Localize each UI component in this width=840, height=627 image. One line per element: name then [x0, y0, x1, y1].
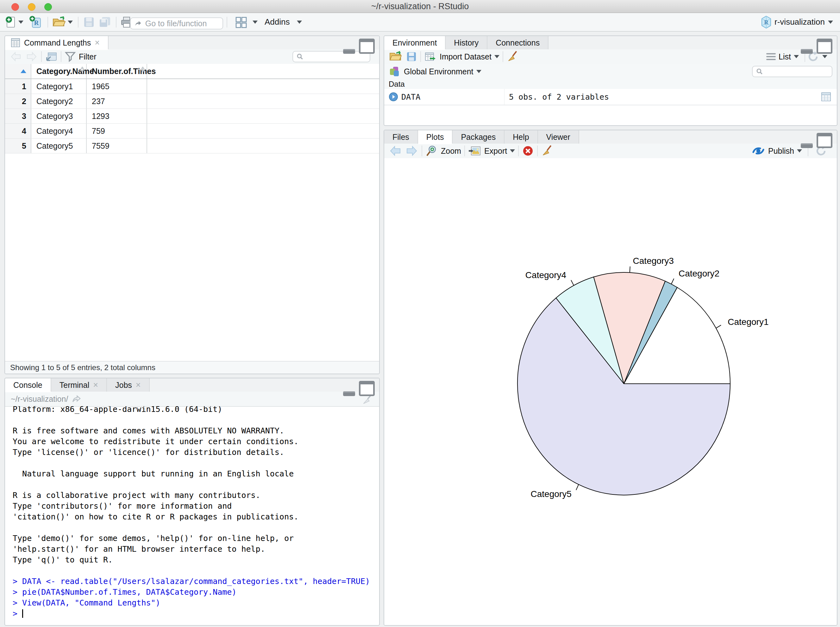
cell-number-of-times: 237 — [87, 94, 147, 109]
pane-layout-button[interactable] — [234, 13, 248, 31]
close-tab-icon[interactable]: × — [93, 380, 98, 390]
window-title: ~/r-visualization - RStudio — [0, 0, 840, 13]
environment-object-row[interactable]: DATA 5 obs. of 2 variables — [384, 89, 837, 106]
chevron-down-icon — [476, 70, 482, 73]
maximize-pane-icon[interactable] — [816, 133, 832, 148]
new-project-button[interactable]: R — [29, 13, 43, 31]
minimize-pane-icon[interactable] — [801, 49, 813, 54]
remove-plot-icon[interactable] — [522, 145, 534, 157]
table-row: 3Category31293 — [5, 109, 379, 124]
tab-command-lengths[interactable]: Command Lengths × — [5, 36, 109, 49]
cell-number-of-times: 7559 — [87, 139, 147, 153]
save-all-icon — [98, 16, 111, 28]
close-tab-icon[interactable]: × — [95, 38, 100, 48]
import-dataset-button[interactable]: Import Dataset — [424, 51, 499, 62]
viewer-toolbar: Filter — [5, 49, 379, 65]
goto-file-searchbox[interactable] — [130, 17, 223, 30]
environment-search-input[interactable] — [766, 67, 829, 77]
tab-viewer[interactable]: Viewer — [538, 130, 579, 143]
pie-chart: Category1Category2Category3Category4Cate… — [384, 158, 835, 625]
tab-help[interactable]: Help — [505, 130, 538, 143]
zoom-label: Zoom — [441, 147, 461, 156]
tab-jobs[interactable]: Jobs× — [107, 378, 150, 392]
publish-icon — [752, 145, 765, 157]
new-file-button[interactable] — [5, 13, 16, 31]
rownum-header[interactable] — [5, 64, 32, 79]
environment-tabbar: Environment History Connections — [384, 36, 837, 50]
addins-dropdown[interactable] — [297, 13, 302, 31]
chevron-down-icon — [794, 55, 799, 58]
tab-terminal[interactable]: Terminal× — [51, 378, 107, 392]
import-dataset-icon — [424, 51, 437, 62]
filter-button[interactable]: Filter — [65, 51, 96, 62]
column-header[interactable]: Category.Name — [32, 64, 87, 79]
filter-label: Filter — [79, 52, 96, 61]
cell-category-name: Category3 — [32, 109, 87, 123]
tab-environment[interactable]: Environment — [384, 36, 446, 49]
console-output[interactable]: Platform: x86_64-apple-darwin15.6.0 (64-… — [5, 406, 379, 625]
zoom-plot-button[interactable]: Zoom — [425, 145, 461, 157]
close-tab-icon[interactable]: × — [136, 380, 141, 390]
maximize-pane-icon[interactable] — [816, 39, 832, 54]
maximize-pane-icon[interactable] — [359, 39, 375, 54]
new-file-dropdown[interactable] — [18, 13, 24, 31]
svg-text:R: R — [764, 19, 769, 26]
save-all-button[interactable] — [98, 13, 111, 31]
table-row: 4Category4759 — [5, 124, 379, 139]
open-file-dropdown[interactable] — [68, 13, 73, 31]
project-menu-button[interactable]: R r-visualization — [761, 13, 833, 31]
chevron-down-icon — [822, 55, 827, 58]
previous-plot-icon[interactable] — [388, 145, 402, 157]
console-cursor[interactable] — [22, 609, 23, 618]
clear-environment-icon[interactable] — [507, 50, 519, 63]
list-view-button[interactable]: List — [766, 52, 799, 61]
pane-layout-dropdown[interactable] — [253, 13, 257, 31]
open-in-new-window-icon[interactable] — [45, 51, 58, 62]
goto-directory-icon[interactable] — [71, 394, 81, 404]
tab-label: Environment — [392, 38, 437, 47]
tab-files[interactable]: Files — [384, 130, 418, 143]
environment-searchbox[interactable] — [752, 66, 832, 77]
cell-number-of-times: 1293 — [87, 109, 147, 123]
search-icon — [756, 67, 763, 76]
plots-tabbar: Files Plots Packages Help Viewer — [384, 130, 837, 144]
environment-scope-selector[interactable]: Global Environment — [404, 67, 482, 76]
save-button[interactable] — [83, 13, 95, 31]
load-workspace-icon[interactable] — [388, 50, 403, 63]
maximize-pane-icon[interactable] — [359, 381, 375, 396]
chevron-down-icon — [494, 55, 499, 58]
row-number: 5 — [5, 139, 32, 153]
clear-all-plots-icon[interactable] — [541, 145, 554, 157]
tab-console[interactable]: Console — [5, 378, 51, 392]
console-output-line — [13, 458, 376, 468]
tab-history[interactable]: History — [446, 36, 488, 49]
minimize-pane-icon[interactable] — [343, 391, 355, 396]
minimize-pane-icon[interactable] — [801, 143, 813, 148]
minimize-pane-icon[interactable] — [343, 49, 355, 54]
cell-number-of-times: 1965 — [87, 79, 147, 94]
publish-plot-button[interactable]: Publish — [752, 145, 802, 157]
tab-packages[interactable]: Packages — [453, 130, 505, 143]
pie-label-Category4: Category4 — [526, 270, 566, 280]
chevron-down-icon — [797, 149, 802, 153]
next-plot-icon[interactable] — [405, 145, 418, 157]
goto-file-input[interactable] — [145, 19, 219, 28]
tab-label: Console — [13, 381, 43, 390]
save-workspace-icon[interactable] — [406, 51, 417, 62]
back-icon[interactable] — [9, 51, 22, 62]
forward-icon[interactable] — [25, 51, 38, 62]
tab-connections[interactable]: Connections — [488, 36, 548, 49]
sort-ascending-icon — [21, 69, 26, 73]
addins-button[interactable]: Addins — [265, 13, 290, 31]
view-table-icon[interactable] — [820, 91, 832, 102]
addins-label: Addins — [265, 17, 290, 27]
tab-plots[interactable]: Plots — [418, 130, 453, 143]
export-plot-button[interactable]: Export — [468, 145, 515, 157]
console-output-line: R is free software and comes with ABSOLU… — [13, 425, 376, 436]
row-number: 3 — [5, 109, 32, 123]
open-file-button[interactable] — [52, 13, 66, 31]
column-header[interactable]: Number.of.Times — [87, 64, 147, 79]
expand-object-icon[interactable] — [388, 92, 398, 102]
pie-label-tick — [571, 280, 574, 285]
chevron-down-icon — [297, 20, 302, 24]
